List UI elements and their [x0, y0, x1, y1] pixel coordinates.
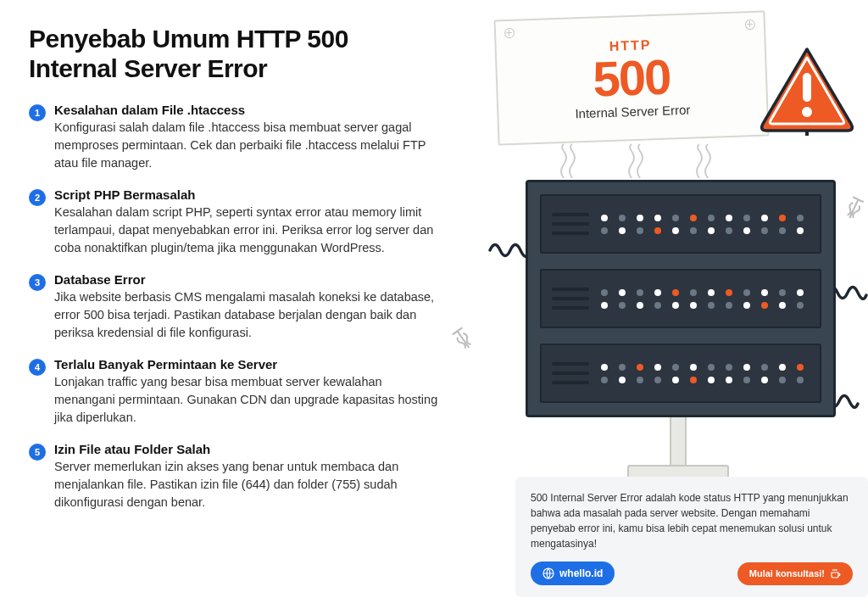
item-number: 2: [29, 189, 46, 206]
item-number: 4: [29, 359, 46, 376]
sign-code: 500: [593, 52, 671, 103]
page-title: Penyebab Umum HTTP 500 Internal Server E…: [29, 24, 441, 84]
cta-button[interactable]: Mulai konsultasi!: [737, 562, 853, 585]
sign-subtitle: Internal Server Error: [575, 102, 690, 120]
item-number: 1: [29, 104, 46, 121]
item-title: Kesalahan dalam File .htaccess: [54, 103, 441, 117]
brand-pill[interactable]: whello.id: [531, 562, 615, 585]
smoke-icon: [691, 142, 715, 180]
screw-icon: [745, 20, 755, 30]
list-item: 1 Kesalahan dalam File .htaccess Konfigu…: [29, 103, 441, 172]
item-text: Jika website berbasis CMS mengalami masa…: [54, 288, 441, 342]
screw-icon: [504, 28, 515, 38]
server-unit: [540, 344, 821, 403]
item-text: Konfigurasi salah dalam file .htaccess b…: [54, 119, 441, 172]
server-rack-icon: [526, 180, 836, 417]
spark-icon: [488, 237, 531, 263]
footer-description: 500 Internal Server Error adalah kode st…: [531, 490, 853, 551]
brand-label: whello.id: [559, 567, 603, 579]
smoke-icon: [555, 142, 579, 180]
item-title: Terlalu Banyak Permintaan ke Server: [54, 357, 441, 372]
illustration-column: HTTP 500 Internal Server Error: [458, 0, 868, 609]
server-unit: [540, 269, 821, 328]
item-number: 3: [29, 274, 46, 291]
item-number: 5: [29, 444, 46, 461]
item-title: Izin File atau Folder Salah: [54, 442, 441, 456]
item-title: Database Error: [54, 272, 441, 287]
error-sign: HTTP 500 Internal Server Error: [494, 10, 770, 145]
list-item: 5 Izin File atau Folder Salah Server mem…: [29, 442, 441, 511]
item-title: Script PHP Bermasalah: [54, 187, 441, 202]
list-item: 2 Script PHP Bermasalah Kesalahan dalam …: [29, 187, 441, 257]
server-unit: [540, 194, 821, 254]
bolt-icon: [838, 191, 868, 228]
cta-label: Mulai konsultasi!: [749, 568, 825, 578]
list-item: 3 Database Error Jika website berbasis C…: [29, 272, 441, 342]
item-text: Kesalahan dalam script PHP, seperti synt…: [54, 204, 441, 257]
list-item: 4 Terlalu Banyak Permintaan ke Server Lo…: [29, 357, 441, 427]
svg-rect-0: [803, 73, 811, 102]
smoke-icon: [623, 142, 647, 180]
footer-card: 500 Internal Server Error adalah kode st…: [515, 477, 868, 597]
warning-triangle-icon: [756, 42, 858, 136]
coffee-cup-icon: [830, 568, 841, 579]
globe-icon: [542, 567, 554, 579]
content-column: Penyebab Umum HTTP 500 Internal Server E…: [0, 0, 458, 609]
item-text: Server memerlukan izin akses yang benar …: [54, 458, 441, 511]
causes-list: 1 Kesalahan dalam File .htaccess Konfigu…: [29, 103, 441, 511]
item-text: Lonjakan traffic yang besar bisa membuat…: [54, 373, 441, 427]
svg-point-1: [802, 107, 812, 117]
